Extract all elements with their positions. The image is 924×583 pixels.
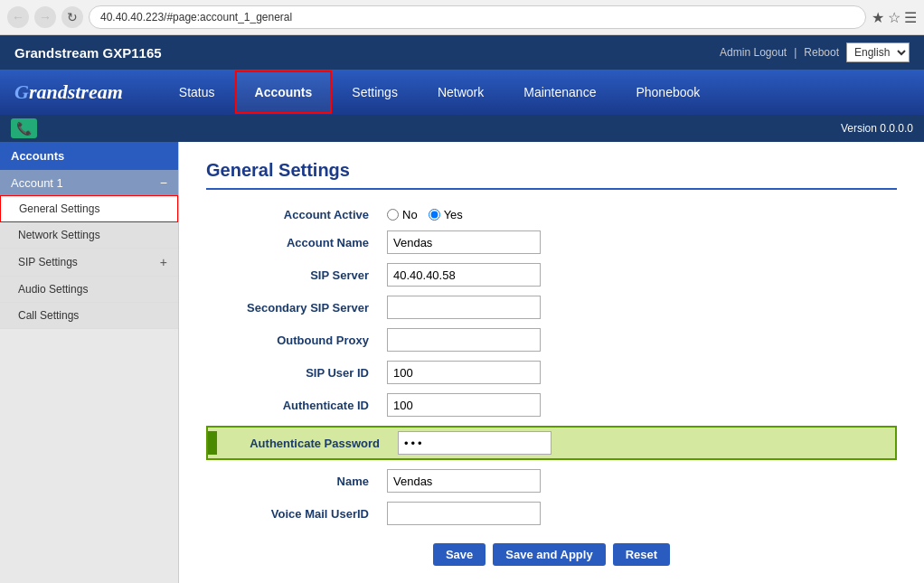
- authenticate-password-label: Authenticate Password: [217, 437, 398, 450]
- outbound-proxy-input[interactable]: [387, 328, 541, 352]
- secondary-sip-row: Secondary SIP Server: [206, 296, 897, 319]
- authenticate-password-row: Authenticate Password: [206, 426, 897, 460]
- voice-mail-input[interactable]: [387, 502, 541, 525]
- sidebar-item-audio-settings[interactable]: Audio Settings: [0, 277, 178, 303]
- account-active-radio: No Yes: [387, 208, 463, 221]
- authenticate-id-input[interactable]: [387, 393, 541, 417]
- address-bar[interactable]: [89, 5, 866, 29]
- voice-mail-row: Voice Mail UserID: [206, 502, 897, 525]
- page-title: General Settings: [206, 160, 897, 190]
- version-bar: 📞 Version 0.0.0.0: [0, 115, 924, 142]
- sip-user-id-label: SIP User ID: [206, 366, 387, 380]
- browser-bar: ← → ↻ ★ ☆ ☰: [0, 0, 924, 35]
- sip-server-label: SIP Server: [206, 268, 387, 282]
- authenticate-id-label: Authenticate ID: [206, 399, 387, 412]
- sidebar-item-general-settings[interactable]: General Settings: [0, 195, 178, 222]
- main-layout: Accounts Account 1 − General Settings Ne…: [0, 142, 924, 583]
- save-button[interactable]: Save: [433, 543, 486, 566]
- sidebar: Accounts Account 1 − General Settings Ne…: [0, 142, 179, 583]
- voice-mail-label: Voice Mail UserID: [206, 507, 387, 521]
- admin-logout-link[interactable]: Admin Logout: [720, 46, 787, 59]
- authenticate-password-input[interactable]: [398, 431, 552, 455]
- account-active-label: Account Active: [206, 208, 387, 221]
- green-bar: [208, 431, 217, 455]
- version-text: Version 0.0.0.0: [841, 122, 913, 135]
- sip-expand-icon[interactable]: +: [160, 255, 167, 269]
- logo: Grandstream: [14, 80, 123, 104]
- sidebar-item-network-settings[interactable]: Network Settings: [0, 222, 178, 249]
- header-right: Admin Logout | Reboot English: [720, 42, 910, 62]
- authenticate-id-row: Authenticate ID: [206, 393, 897, 417]
- back-button[interactable]: ←: [7, 6, 29, 28]
- button-row: Save Save and Apply Reset: [206, 543, 897, 566]
- secondary-sip-input[interactable]: [387, 296, 541, 319]
- sidebar-header: Accounts: [0, 142, 178, 170]
- bookmark-icon[interactable]: ★: [872, 9, 884, 26]
- sidebar-account: Account 1 −: [0, 170, 178, 195]
- account-name-row: Account Name: [206, 230, 897, 254]
- outbound-proxy-label: Outbound Proxy: [206, 334, 387, 347]
- top-header: Grandstream GXP1165 Admin Logout | Reboo…: [0, 35, 924, 70]
- nav-network[interactable]: Network: [418, 71, 504, 114]
- nav-bar: Grandstream Status Accounts Settings Net…: [0, 70, 924, 115]
- nav-accounts[interactable]: Accounts: [235, 71, 333, 114]
- account-name-label: Account Name: [206, 236, 387, 249]
- outbound-proxy-row: Outbound Proxy: [206, 328, 897, 352]
- menu-icon[interactable]: ☰: [904, 9, 917, 26]
- nav-status[interactable]: Status: [159, 71, 235, 114]
- main-nav: Status Accounts Settings Network Mainten…: [159, 71, 720, 114]
- refresh-button[interactable]: ↻: [61, 6, 83, 28]
- star-icon[interactable]: ☆: [888, 9, 900, 26]
- nav-settings[interactable]: Settings: [332, 71, 418, 114]
- reset-button[interactable]: Reset: [613, 543, 670, 566]
- radio-yes-input[interactable]: [429, 209, 440, 221]
- account-name-input[interactable]: [387, 230, 541, 254]
- brand-name: Grandstream GXP1165: [14, 45, 162, 61]
- sidebar-item-call-settings[interactable]: Call Settings: [0, 303, 178, 329]
- radio-no-input[interactable]: [387, 209, 399, 221]
- save-and-apply-button[interactable]: Save and Apply: [493, 543, 605, 566]
- sip-user-id-row: SIP User ID: [206, 361, 897, 384]
- account-label: Account 1: [11, 176, 63, 190]
- nav-phonebook[interactable]: Phonebook: [616, 71, 720, 114]
- forward-button[interactable]: →: [34, 6, 56, 28]
- name-label: Name: [206, 475, 387, 488]
- reboot-link[interactable]: Reboot: [804, 46, 839, 59]
- sidebar-item-sip-settings[interactable]: SIP Settings +: [0, 249, 178, 277]
- account-active-row: Account Active No Yes: [206, 208, 897, 221]
- sip-server-row: SIP Server: [206, 263, 897, 287]
- content-area: General Settings Account Active No Yes A…: [179, 142, 924, 583]
- phone-icon: 📞: [11, 118, 37, 138]
- name-input[interactable]: [387, 469, 541, 493]
- sip-user-id-input[interactable]: [387, 361, 541, 384]
- radio-no[interactable]: No: [387, 208, 418, 221]
- language-select[interactable]: English: [846, 42, 910, 62]
- sip-server-input[interactable]: [387, 263, 541, 287]
- nav-maintenance[interactable]: Maintenance: [504, 71, 616, 114]
- name-row: Name: [206, 469, 897, 493]
- secondary-sip-label: Secondary SIP Server: [206, 301, 387, 315]
- collapse-button[interactable]: −: [160, 175, 167, 190]
- radio-yes[interactable]: Yes: [429, 208, 463, 221]
